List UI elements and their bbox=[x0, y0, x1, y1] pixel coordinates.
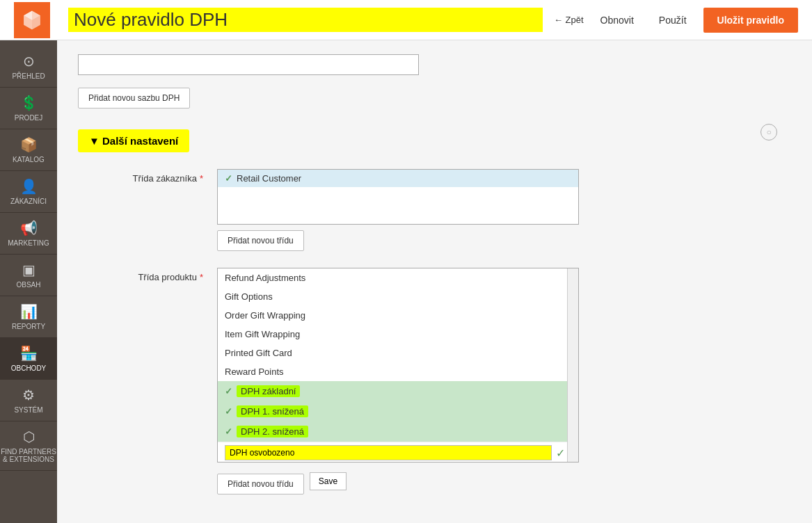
add-product-class-button[interactable]: Přidat novou třídu bbox=[217, 474, 304, 494]
sidebar-item-prodej[interactable]: 💲 PRODEJ bbox=[0, 88, 57, 129]
refresh-button[interactable]: Obnovit bbox=[592, 10, 642, 30]
obsah-icon: ▣ bbox=[22, 262, 35, 278]
sidebar-item-label: REPORTY bbox=[12, 323, 45, 330]
scroll-circle-icon: ○ bbox=[761, 124, 777, 140]
check-mark-icon: ✓ bbox=[225, 426, 232, 437]
sidebar-item-label: OBSAH bbox=[16, 281, 40, 289]
product-option-reward[interactable]: Reward Points bbox=[218, 362, 578, 381]
apply-button[interactable]: Použít bbox=[651, 10, 695, 30]
main-layout: ⊙ PŘEHLED 💲 PRODEJ 📦 KATALOG 👤 ZÁKAZNÍCI… bbox=[0, 40, 812, 523]
product-class-row: Třída produktu* Refund Adjustments Gift … bbox=[78, 268, 791, 494]
check-mark-icon: ✓ bbox=[225, 406, 232, 417]
system-icon: ⚙ bbox=[22, 387, 35, 403]
product-option-dph-zakladni[interactable]: ✓ DPH základní bbox=[218, 381, 578, 401]
sidebar-item-label: ZÁKAZNÍCI bbox=[10, 198, 47, 205]
product-class-label: Třída produktu* bbox=[78, 268, 217, 282]
top-add-section: Přidat novou sazbu DPH bbox=[78, 54, 791, 108]
sidebar-item-label: OBCHODY bbox=[11, 364, 47, 372]
top-header: Nové pravidlo DPH ← Zpět Obnovit Použít … bbox=[0, 0, 812, 40]
product-option-item-gift[interactable]: Item Gift Wrapping bbox=[218, 325, 578, 344]
obchody-icon: 🏪 bbox=[20, 345, 38, 362]
sidebar-item-partners[interactable]: ⬡ FIND PARTNERS & EXTENSIONS bbox=[0, 421, 57, 471]
product-class-field: Refund Adjustments Gift Options Order Gi… bbox=[217, 268, 579, 494]
add-customer-class-button[interactable]: Přidat novou třídu bbox=[217, 230, 304, 251]
prehled-icon: ⊙ bbox=[23, 53, 35, 70]
prodej-icon: 💲 bbox=[20, 95, 38, 111]
content-inner: Přidat novou sazbu DPH ▼ Další nastavení… bbox=[57, 40, 812, 523]
rate-input-box[interactable] bbox=[78, 54, 419, 75]
marketing-icon: 📢 bbox=[20, 220, 38, 236]
save-button[interactable]: Uložit pravidlo bbox=[703, 8, 798, 33]
sidebar-item-label: KATALOG bbox=[13, 156, 45, 163]
customer-class-listbox[interactable]: ✓ Retail Customer bbox=[217, 169, 579, 225]
product-required-star: * bbox=[200, 272, 203, 282]
content-area: Přidat novou sazbu DPH ▼ Další nastavení… bbox=[57, 40, 812, 523]
check-mark-icon: ✓ bbox=[225, 386, 232, 396]
partners-icon: ⬡ bbox=[23, 428, 35, 445]
product-option-dph-snizena2[interactable]: ✓ DPH 2. snížená bbox=[218, 421, 578, 442]
customer-class-option-retail[interactable]: ✓ Retail Customer bbox=[218, 170, 578, 187]
reporty-icon: 📊 bbox=[20, 303, 38, 320]
katalog-icon: 📦 bbox=[20, 136, 38, 153]
add-dph-rate-button[interactable]: Přidat novou sazbu DPH bbox=[78, 88, 190, 108]
customer-required-star: * bbox=[200, 173, 203, 184]
sidebar-item-obsah[interactable]: ▣ OBSAH bbox=[0, 255, 57, 296]
product-class-listbox[interactable]: Refund Adjustments Gift Options Order Gi… bbox=[217, 268, 579, 462]
scrollbar[interactable] bbox=[567, 268, 578, 462]
customer-class-row: Třída zákazníka* ✓ Retail Customer Přida… bbox=[78, 169, 791, 251]
sidebar-item-marketing[interactable]: 📢 MARKETING bbox=[0, 213, 57, 255]
sidebar-item-zakaznici[interactable]: 👤 ZÁKAZNÍCI bbox=[0, 171, 57, 213]
sidebar-item-label: PŘEHLED bbox=[12, 72, 45, 80]
product-option-printed-gift[interactable]: Printed Gift Card bbox=[218, 344, 578, 362]
product-option-refund[interactable]: Refund Adjustments bbox=[218, 268, 578, 287]
product-edit-input[interactable] bbox=[225, 445, 552, 460]
sidebar-item-prehled[interactable]: ⊙ PŘEHLED bbox=[0, 46, 57, 88]
product-option-order-gift[interactable]: Order Gift Wrapping bbox=[218, 306, 578, 325]
zakaznici-icon: 👤 bbox=[20, 178, 38, 195]
back-button[interactable]: ← Zpět bbox=[554, 15, 584, 25]
sidebar-item-system[interactable]: ⚙ SYSTÉM bbox=[0, 380, 57, 421]
page-title: Nové pravidlo DPH bbox=[68, 8, 543, 32]
sidebar-item-label: FIND PARTNERS & EXTENSIONS bbox=[0, 448, 57, 463]
check-mark-icon: ✓ bbox=[225, 173, 232, 184]
confirm-edit-icon[interactable]: ✓ bbox=[556, 446, 565, 460]
edit-row: ✓ ⊘ bbox=[218, 442, 578, 462]
sidebar-item-label: MARKETING bbox=[8, 239, 49, 247]
customer-class-label: Třída zákazníka* bbox=[78, 169, 217, 184]
save-small-button[interactable]: Save bbox=[310, 472, 347, 490]
logo bbox=[14, 2, 50, 38]
header-actions: ← Zpět Obnovit Použít Uložit pravidlo bbox=[554, 8, 798, 33]
product-option-gift-options[interactable]: Gift Options bbox=[218, 287, 578, 306]
section-toggle-button[interactable]: ▼ Další nastavení bbox=[78, 129, 189, 152]
sidebar: ⊙ PŘEHLED 💲 PRODEJ 📦 KATALOG 👤 ZÁKAZNÍCI… bbox=[0, 40, 57, 523]
sidebar-item-reporty[interactable]: 📊 REPORTY bbox=[0, 296, 57, 338]
sidebar-item-katalog[interactable]: 📦 KATALOG bbox=[0, 129, 57, 171]
product-option-dph-snizena1[interactable]: ✓ DPH 1. snížená bbox=[218, 401, 578, 421]
customer-class-field: ✓ Retail Customer Přidat novou třídu bbox=[217, 169, 579, 251]
rate-input-row bbox=[78, 54, 791, 75]
sidebar-item-label: SYSTÉM bbox=[14, 406, 42, 414]
sidebar-item-label: PRODEJ bbox=[15, 114, 43, 122]
sidebar-item-obchody[interactable]: 🏪 OBCHODY bbox=[0, 338, 57, 380]
